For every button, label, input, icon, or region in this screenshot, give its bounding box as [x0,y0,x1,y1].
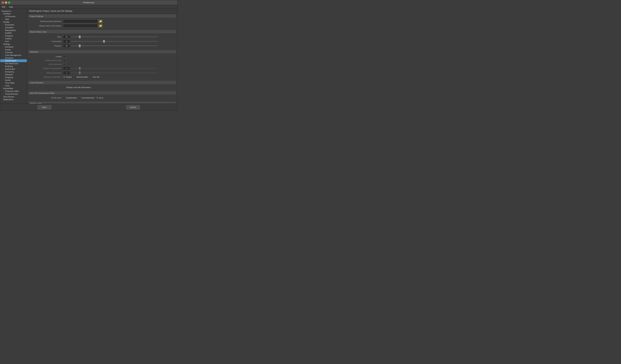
increments-input[interactable]: 4 [63,40,70,43]
sidebar-item-kinematics[interactable]: Kinematics [0,23,27,26]
section-display-layer: Display Layer File import merge: None [28,102,176,104]
sidebar-item-settings[interactable]: Settings [0,43,27,46]
sidebar-item-sound[interactable]: Sound [0,79,27,81]
display-crash-row: Display crash file information [63,86,91,89]
sidebar-item-file-references[interactable]: File References [0,62,27,65]
section-header-display-layer: Display Layer [28,102,176,104]
radio-named-folder[interactable]: Named folder [74,76,88,78]
radio-uncompressed[interactable]: Uncompressed [79,97,94,99]
label-limit: Limit autosaves [31,63,62,65]
section-ascii-compression: Ascii File Compression Mode On file save… [28,91,176,101]
default-projects-dir-input[interactable] [63,19,98,23]
radio-as-is-btn[interactable] [96,97,98,99]
sidebar-item-interface[interactable]: Interface [0,12,27,15]
files-input[interactable]: 10 [63,35,70,39]
sidebar-item-cameras[interactable]: Cameras [0,51,27,54]
display-crash-checkbox[interactable] [63,86,65,89]
sidebar-item-rendering[interactable]: Rendering [0,70,27,73]
sidebar-item-modeling[interactable]: Modeling [0,65,27,68]
label-interval: Interval (minutes): [31,72,62,74]
label-num-autosaves: Number of autosaves: [31,67,62,69]
row-enable: Enable [28,55,176,59]
sidebar-item-snapping[interactable]: Snapping [0,76,27,79]
increments-slider-row: 4 [63,40,174,43]
radio-compressed[interactable]: Compressed [63,97,77,99]
interval-slider[interactable] [71,73,158,73]
radio-project-btn[interactable] [63,76,65,78]
prompt-checkbox[interactable] [63,59,65,62]
section-header-autosave: AutoSave [28,50,176,54]
row-on-file-save: On file save: Compressed Uncompressed [28,96,176,100]
num-autosaves-slider[interactable] [71,68,158,69]
radio-uncompressed-btn[interactable] [79,97,81,99]
always-start-input[interactable] [63,24,98,28]
row-autosave-dest: Autosave destination: Project Named fold… [28,75,176,79]
sidebar-item-font[interactable]: Font [0,40,27,43]
sidebar-item-undo[interactable]: Undo [0,84,27,87]
radio-project[interactable]: Project [63,76,72,78]
radio-compressed-btn[interactable] [63,97,65,99]
section-header-crash-recovery: Crash Recovery [28,81,176,84]
footer-save-area: Save [0,104,89,111]
menu-edit[interactable]: Edit [1,5,6,8]
projects-slider[interactable] [71,46,158,46]
sidebar-item-polygons[interactable]: Polygons [0,34,27,37]
footer-cancel-area: Cancel [89,104,177,111]
sidebar-item-help[interactable]: Help [0,18,27,21]
sidebar-item-color-management[interactable]: Color Management [0,54,27,57]
row-files: Files: 10 [28,35,176,39]
sidebar-item-ui-elements[interactable]: UI Elements [0,15,27,18]
sidebar-item-node-editor[interactable]: Node Editor [0,68,27,70]
radio-named-folder-btn[interactable] [74,76,76,78]
row-num-autosaves: Number of autosaves: [28,66,176,71]
section-body-autosave: Enable Prompt before save Limit autosave… [28,54,176,80]
sidebar-item-manipulators[interactable]: Manipulators [0,29,27,32]
radio-named-folder-label: Named folder [77,76,88,78]
default-projects-dir-folder-btn[interactable]: 📁 [98,19,103,23]
sidebar-item-dynamics[interactable]: Dynamics [0,57,27,59]
row-default-projects-dir: Default projects directory: 📁 [28,19,176,24]
sidebar-item-files-projects[interactable]: Files/Projects [0,59,27,62]
projects-input[interactable]: 10 [63,44,70,47]
footer: Save Cancel [0,104,177,111]
section-recent-history: Recent History Size Files: 10 [28,30,176,49]
increments-slider-thumb [103,40,105,43]
sidebar-item-time-slider[interactable]: Time Slider [0,81,27,84]
cancel-button[interactable]: Cancel [126,105,140,109]
row-always-start: Always start in this project: 📁 [28,24,176,28]
close-button[interactable] [2,1,4,4]
sidebar-item-renderman[interactable]: RenderMan [0,87,27,90]
label-files: Files: [31,36,62,38]
sidebar-item-assets[interactable]: Assets [0,48,27,51]
sidebar-item-applications[interactable]: Applications [0,98,27,101]
sidebar-item-save-actions[interactable]: Save Actions [0,95,27,98]
save-button[interactable]: Save [38,105,52,109]
radio-as-is[interactable]: As is [96,97,103,99]
files-slider[interactable] [71,36,158,37]
section-header-recent-history: Recent History Size [28,30,176,33]
maximize-button[interactable] [8,1,10,4]
section-header-ascii-compression: Ascii File Compression Mode [28,91,176,95]
sidebar-item-projection-editor[interactable]: Projection Editor [0,90,27,93]
menu-bar: Edit Help [0,5,177,9]
radio-as-is-label: As is [99,97,103,99]
menu-help[interactable]: Help [8,5,14,8]
num-autosaves-input[interactable] [63,67,70,70]
sidebar-item-animation[interactable]: Animation [0,26,27,29]
limit-checkbox[interactable] [63,63,65,65]
always-start-folder-btn[interactable]: 📁 [98,24,103,28]
minimize-button[interactable] [5,1,7,4]
sidebar-item-subdivs[interactable]: Subdivs [0,37,27,40]
sidebar-item-display[interactable]: Display [0,21,27,23]
sidebar-item-selection[interactable]: Selection [0,73,27,76]
sidebar-item-preset-browser[interactable]: Preset Browser [0,93,27,95]
radio-env-var[interactable]: Env Var [90,76,100,78]
sidebar-item-animation2[interactable]: Animation [0,46,27,48]
enable-checkbox[interactable] [63,56,65,58]
radio-env-var-btn[interactable] [90,76,92,78]
radio-compressed-label: Compressed [66,97,77,99]
title-bar: Preferences [0,0,177,5]
interval-input[interactable] [63,71,70,75]
sidebar-item-nurbs[interactable]: NURBS [0,32,27,34]
increments-slider[interactable] [71,41,158,42]
